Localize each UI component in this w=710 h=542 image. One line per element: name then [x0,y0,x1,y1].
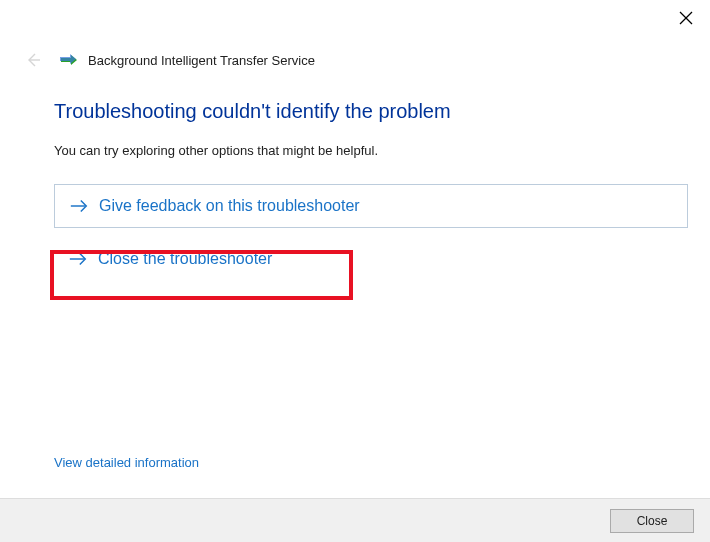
arrow-right-icon [68,251,88,267]
wizard-header: Background Intelligent Transfer Service [0,44,710,76]
dialog-footer: Close [0,498,710,542]
arrow-right-icon [69,198,89,214]
option-close-troubleshooter[interactable]: Close the troubleshooter [54,238,688,280]
header-title: Background Intelligent Transfer Service [88,53,315,68]
option-label: Give feedback on this troubleshooter [99,197,360,215]
back-arrow-icon [24,51,42,69]
content-area: Troubleshooting couldn't identify the pr… [54,100,688,280]
view-detailed-info-link[interactable]: View detailed information [54,455,199,470]
page-subtext: You can try exploring other options that… [54,143,688,158]
window-close-button[interactable] [676,8,696,28]
title-bar [0,0,710,32]
transfer-icon [60,53,78,67]
page-heading: Troubleshooting couldn't identify the pr… [54,100,688,123]
close-button[interactable]: Close [610,509,694,533]
option-label: Close the troubleshooter [98,250,272,268]
close-icon [679,11,693,25]
option-give-feedback[interactable]: Give feedback on this troubleshooter [54,184,688,228]
